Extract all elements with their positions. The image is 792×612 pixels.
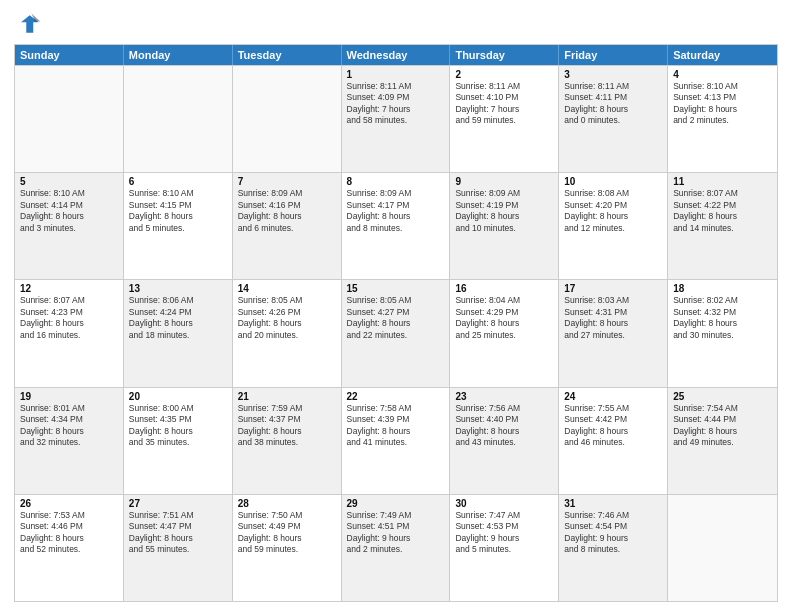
calendar-cell-4-4: 22Sunrise: 7:58 AM Sunset: 4:39 PM Dayli… xyxy=(342,388,451,494)
calendar-cell-3-6: 17Sunrise: 8:03 AM Sunset: 4:31 PM Dayli… xyxy=(559,280,668,386)
calendar-header: SundayMondayTuesdayWednesdayThursdayFrid… xyxy=(15,45,777,65)
day-info: Sunrise: 8:08 AM Sunset: 4:20 PM Dayligh… xyxy=(564,188,662,234)
calendar: SundayMondayTuesdayWednesdayThursdayFrid… xyxy=(14,44,778,602)
calendar-row-2: 5Sunrise: 8:10 AM Sunset: 4:14 PM Daylig… xyxy=(15,172,777,279)
calendar-cell-3-7: 18Sunrise: 8:02 AM Sunset: 4:32 PM Dayli… xyxy=(668,280,777,386)
day-number: 12 xyxy=(20,283,118,294)
day-number: 18 xyxy=(673,283,772,294)
calendar-cell-4-2: 20Sunrise: 8:00 AM Sunset: 4:35 PM Dayli… xyxy=(124,388,233,494)
calendar-row-5: 26Sunrise: 7:53 AM Sunset: 4:46 PM Dayli… xyxy=(15,494,777,601)
page: SundayMondayTuesdayWednesdayThursdayFrid… xyxy=(0,0,792,612)
calendar-cell-2-3: 7Sunrise: 8:09 AM Sunset: 4:16 PM Daylig… xyxy=(233,173,342,279)
day-number: 9 xyxy=(455,176,553,187)
calendar-cell-5-1: 26Sunrise: 7:53 AM Sunset: 4:46 PM Dayli… xyxy=(15,495,124,601)
calendar-cell-4-5: 23Sunrise: 7:56 AM Sunset: 4:40 PM Dayli… xyxy=(450,388,559,494)
day-number: 27 xyxy=(129,498,227,509)
day-number: 3 xyxy=(564,69,662,80)
day-info: Sunrise: 7:51 AM Sunset: 4:47 PM Dayligh… xyxy=(129,510,227,556)
weekday-header-friday: Friday xyxy=(559,45,668,65)
day-number: 19 xyxy=(20,391,118,402)
day-info: Sunrise: 7:49 AM Sunset: 4:51 PM Dayligh… xyxy=(347,510,445,556)
day-number: 26 xyxy=(20,498,118,509)
calendar-cell-2-5: 9Sunrise: 8:09 AM Sunset: 4:19 PM Daylig… xyxy=(450,173,559,279)
day-number: 14 xyxy=(238,283,336,294)
day-number: 31 xyxy=(564,498,662,509)
calendar-cell-5-5: 30Sunrise: 7:47 AM Sunset: 4:53 PM Dayli… xyxy=(450,495,559,601)
day-number: 13 xyxy=(129,283,227,294)
calendar-cell-3-5: 16Sunrise: 8:04 AM Sunset: 4:29 PM Dayli… xyxy=(450,280,559,386)
day-number: 6 xyxy=(129,176,227,187)
day-info: Sunrise: 8:09 AM Sunset: 4:17 PM Dayligh… xyxy=(347,188,445,234)
weekday-header-sunday: Sunday xyxy=(15,45,124,65)
day-number: 20 xyxy=(129,391,227,402)
day-info: Sunrise: 8:04 AM Sunset: 4:29 PM Dayligh… xyxy=(455,295,553,341)
day-info: Sunrise: 7:50 AM Sunset: 4:49 PM Dayligh… xyxy=(238,510,336,556)
day-info: Sunrise: 8:02 AM Sunset: 4:32 PM Dayligh… xyxy=(673,295,772,341)
day-number: 5 xyxy=(20,176,118,187)
calendar-cell-3-4: 15Sunrise: 8:05 AM Sunset: 4:27 PM Dayli… xyxy=(342,280,451,386)
calendar-cell-2-1: 5Sunrise: 8:10 AM Sunset: 4:14 PM Daylig… xyxy=(15,173,124,279)
calendar-cell-5-6: 31Sunrise: 7:46 AM Sunset: 4:54 PM Dayli… xyxy=(559,495,668,601)
day-info: Sunrise: 8:07 AM Sunset: 4:23 PM Dayligh… xyxy=(20,295,118,341)
calendar-cell-5-7 xyxy=(668,495,777,601)
day-number: 22 xyxy=(347,391,445,402)
day-number: 2 xyxy=(455,69,553,80)
day-info: Sunrise: 8:10 AM Sunset: 4:14 PM Dayligh… xyxy=(20,188,118,234)
day-number: 25 xyxy=(673,391,772,402)
calendar-cell-3-3: 14Sunrise: 8:05 AM Sunset: 4:26 PM Dayli… xyxy=(233,280,342,386)
calendar-cell-3-1: 12Sunrise: 8:07 AM Sunset: 4:23 PM Dayli… xyxy=(15,280,124,386)
day-number: 7 xyxy=(238,176,336,187)
day-info: Sunrise: 8:05 AM Sunset: 4:26 PM Dayligh… xyxy=(238,295,336,341)
calendar-cell-1-3 xyxy=(233,66,342,172)
day-info: Sunrise: 7:56 AM Sunset: 4:40 PM Dayligh… xyxy=(455,403,553,449)
day-number: 4 xyxy=(673,69,772,80)
day-info: Sunrise: 8:10 AM Sunset: 4:13 PM Dayligh… xyxy=(673,81,772,127)
calendar-cell-2-6: 10Sunrise: 8:08 AM Sunset: 4:20 PM Dayli… xyxy=(559,173,668,279)
calendar-cell-1-5: 2Sunrise: 8:11 AM Sunset: 4:10 PM Daylig… xyxy=(450,66,559,172)
weekday-header-wednesday: Wednesday xyxy=(342,45,451,65)
day-number: 8 xyxy=(347,176,445,187)
day-info: Sunrise: 8:09 AM Sunset: 4:16 PM Dayligh… xyxy=(238,188,336,234)
calendar-cell-1-4: 1Sunrise: 8:11 AM Sunset: 4:09 PM Daylig… xyxy=(342,66,451,172)
day-number: 1 xyxy=(347,69,445,80)
day-info: Sunrise: 8:07 AM Sunset: 4:22 PM Dayligh… xyxy=(673,188,772,234)
calendar-cell-1-1 xyxy=(15,66,124,172)
header xyxy=(14,10,778,38)
calendar-cell-1-2 xyxy=(124,66,233,172)
day-number: 16 xyxy=(455,283,553,294)
day-number: 23 xyxy=(455,391,553,402)
calendar-cell-1-7: 4Sunrise: 8:10 AM Sunset: 4:13 PM Daylig… xyxy=(668,66,777,172)
day-info: Sunrise: 8:11 AM Sunset: 4:09 PM Dayligh… xyxy=(347,81,445,127)
day-info: Sunrise: 7:53 AM Sunset: 4:46 PM Dayligh… xyxy=(20,510,118,556)
day-number: 11 xyxy=(673,176,772,187)
day-info: Sunrise: 8:11 AM Sunset: 4:11 PM Dayligh… xyxy=(564,81,662,127)
weekday-header-tuesday: Tuesday xyxy=(233,45,342,65)
day-number: 21 xyxy=(238,391,336,402)
day-info: Sunrise: 8:00 AM Sunset: 4:35 PM Dayligh… xyxy=(129,403,227,449)
day-info: Sunrise: 8:03 AM Sunset: 4:31 PM Dayligh… xyxy=(564,295,662,341)
calendar-cell-5-3: 28Sunrise: 7:50 AM Sunset: 4:49 PM Dayli… xyxy=(233,495,342,601)
calendar-row-1: 1Sunrise: 8:11 AM Sunset: 4:09 PM Daylig… xyxy=(15,65,777,172)
logo xyxy=(14,10,46,38)
day-number: 10 xyxy=(564,176,662,187)
day-info: Sunrise: 8:11 AM Sunset: 4:10 PM Dayligh… xyxy=(455,81,553,127)
day-info: Sunrise: 8:10 AM Sunset: 4:15 PM Dayligh… xyxy=(129,188,227,234)
day-info: Sunrise: 8:06 AM Sunset: 4:24 PM Dayligh… xyxy=(129,295,227,341)
calendar-row-4: 19Sunrise: 8:01 AM Sunset: 4:34 PM Dayli… xyxy=(15,387,777,494)
calendar-cell-4-1: 19Sunrise: 8:01 AM Sunset: 4:34 PM Dayli… xyxy=(15,388,124,494)
day-number: 28 xyxy=(238,498,336,509)
day-info: Sunrise: 8:09 AM Sunset: 4:19 PM Dayligh… xyxy=(455,188,553,234)
day-info: Sunrise: 8:01 AM Sunset: 4:34 PM Dayligh… xyxy=(20,403,118,449)
calendar-cell-2-2: 6Sunrise: 8:10 AM Sunset: 4:15 PM Daylig… xyxy=(124,173,233,279)
calendar-cell-4-6: 24Sunrise: 7:55 AM Sunset: 4:42 PM Dayli… xyxy=(559,388,668,494)
day-info: Sunrise: 7:55 AM Sunset: 4:42 PM Dayligh… xyxy=(564,403,662,449)
day-number: 30 xyxy=(455,498,553,509)
calendar-cell-3-2: 13Sunrise: 8:06 AM Sunset: 4:24 PM Dayli… xyxy=(124,280,233,386)
day-number: 24 xyxy=(564,391,662,402)
logo-icon xyxy=(14,10,42,38)
day-number: 15 xyxy=(347,283,445,294)
day-info: Sunrise: 8:05 AM Sunset: 4:27 PM Dayligh… xyxy=(347,295,445,341)
calendar-cell-4-7: 25Sunrise: 7:54 AM Sunset: 4:44 PM Dayli… xyxy=(668,388,777,494)
calendar-cell-1-6: 3Sunrise: 8:11 AM Sunset: 4:11 PM Daylig… xyxy=(559,66,668,172)
calendar-cell-5-4: 29Sunrise: 7:49 AM Sunset: 4:51 PM Dayli… xyxy=(342,495,451,601)
